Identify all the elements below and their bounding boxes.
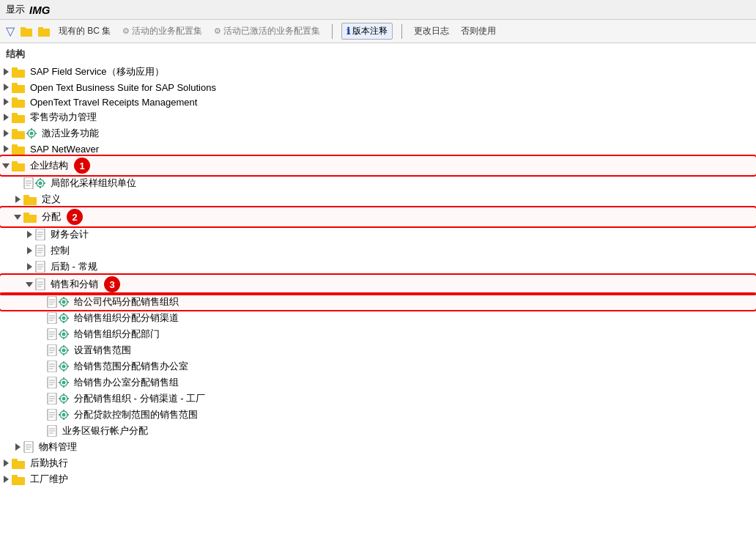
tree-item-enterprise-struct[interactable]: 企业结构1 (0, 156, 756, 175)
expand-right-btn[interactable] (12, 441, 23, 453)
title-main: IMG (29, 4, 50, 16)
svg-rect-130 (63, 410, 64, 412)
svg-rect-70 (63, 313, 64, 315)
svg-point-69 (62, 317, 66, 320)
expand-right-btn[interactable] (23, 261, 35, 273)
bc-set-btn[interactable]: 现有的 BC 集 (56, 23, 114, 39)
svg-rect-5 (12, 67, 18, 70)
svg-point-29 (39, 182, 42, 185)
tree-item-opentext-travel[interactable]: OpenText Travel Receipts Management (0, 95, 756, 109)
expand-down-btn[interactable] (23, 278, 35, 290)
activated-biz-cfg-btn[interactable]: ⚙ 活动已激活的业务配置集 (211, 23, 323, 39)
svg-rect-7 (12, 83, 18, 86)
expand-right-btn[interactable] (0, 81, 12, 93)
svg-rect-33 (43, 182, 45, 184)
tree-item-distribution[interactable]: 分配2 (0, 207, 756, 226)
tree-item-assign-plant[interactable]: 分配销售组织 - 分销渠道 - 工厂 (0, 391, 756, 407)
svg-rect-13 (12, 129, 18, 132)
tree-icons (47, 409, 70, 421)
svg-rect-93 (67, 350, 69, 351)
expand-down-btn[interactable] (0, 160, 12, 171)
tree-item-sap-netweaver[interactable]: SAP NetWeaver (0, 141, 756, 156)
badge-1: 1 (74, 158, 90, 174)
tree-item-definition[interactable]: 定义 (0, 191, 756, 207)
tree-item-control[interactable]: 控制 (0, 243, 756, 259)
info-icon: ℹ (346, 26, 350, 37)
toolbar: ▽ 现有的 BC 集 ⚙ 活动的业务配置集 ⚙ 活动已激活的业务配置集 ℹ 版本… (0, 20, 756, 43)
svg-rect-2 (38, 29, 50, 37)
tree-item-retail[interactable]: 零售劳动力管理 (0, 109, 756, 125)
svg-rect-60 (63, 297, 64, 299)
tree-item-assign-office[interactable]: 给销售范围分配销售办公室 (0, 358, 756, 374)
version-note-btn[interactable]: ℹ 版本注释 (341, 23, 393, 40)
expand-down-btn[interactable] (12, 211, 23, 223)
svg-rect-37 (23, 213, 29, 215)
svg-rect-120 (63, 394, 64, 396)
tree-label: 控制 (51, 244, 70, 257)
tree-item-assign-group[interactable]: 给销售办公室分配销售组 (0, 374, 756, 391)
tree-icons (35, 278, 46, 290)
tree-item-assign-credit[interactable]: 分配贷款控制范围的销售范围 (0, 407, 756, 423)
svg-rect-102 (59, 366, 61, 367)
expand-right-btn[interactable] (0, 457, 12, 469)
svg-rect-4 (12, 70, 25, 78)
tree-item-materials-mgmt[interactable]: 物料管理 (0, 439, 756, 455)
tree-item-logistics-exec[interactable]: 后勤执行 (0, 455, 756, 471)
svg-rect-63 (67, 301, 69, 303)
expand-right-btn[interactable] (12, 193, 23, 205)
tree-item-opentext-biz[interactable]: Open Text Business Suite for SAP Solutio… (0, 80, 756, 95)
change-log-label: 更改日志 (414, 25, 449, 37)
expand-right-btn[interactable] (0, 143, 12, 155)
svg-rect-83 (67, 333, 69, 335)
expand-right-btn[interactable] (0, 96, 12, 108)
svg-rect-132 (59, 414, 61, 416)
svg-rect-21 (12, 144, 18, 147)
tree-item-assign-dist-chan[interactable]: 给销售组织分配分销渠道 (0, 310, 756, 326)
filter-icon: ▽ (6, 24, 15, 38)
tree-item-sap-field[interactable]: SAP Field Service（移动应用） (0, 64, 756, 80)
tree-item-plant-maint[interactable]: 工厂维护 (0, 471, 756, 487)
tree-item-finance[interactable]: 财务会计 (0, 226, 756, 243)
tree-item-sales-dist[interactable]: 销售和分销3 (0, 275, 756, 294)
svg-rect-9 (12, 97, 18, 100)
tree-icons (12, 144, 26, 155)
version-note-label: 版本注释 (352, 25, 388, 37)
svg-rect-142 (12, 461, 25, 469)
tree-item-activate-biz[interactable]: 激活业务功能 (0, 125, 756, 141)
expand-right-btn[interactable] (23, 229, 35, 240)
svg-rect-131 (63, 418, 64, 420)
expand-right-btn[interactable] (23, 245, 35, 256)
tree-item-set-sales-scope[interactable]: 设置销售范围 (0, 342, 756, 358)
tree-label: 给销售办公室分配销售组 (74, 376, 179, 389)
expand-right-btn[interactable] (0, 128, 12, 139)
otherwise-use-btn[interactable]: 否则使用 (458, 23, 499, 39)
tree-label: 分配销售组织 - 分销渠道 - 工厂 (74, 392, 205, 405)
svg-rect-1 (21, 27, 26, 29)
svg-rect-34 (23, 197, 37, 205)
change-log-btn[interactable]: 更改日志 (411, 23, 452, 39)
expand-right-btn[interactable] (0, 111, 12, 123)
svg-point-79 (62, 333, 66, 336)
tree-icons (12, 97, 26, 108)
svg-rect-100 (63, 361, 64, 363)
tree-label: 设置销售范围 (74, 344, 131, 357)
tree-label: SAP Field Service（移动应用） (30, 65, 164, 78)
tree-label: OpenText Travel Receipts Management (30, 97, 197, 108)
tree-item-assign-sales-org[interactable]: 给公司代码分配销售组织 (0, 294, 756, 310)
tree-item-local-purchase[interactable]: 局部化采样组织单位 (0, 175, 756, 191)
svg-rect-16 (31, 128, 32, 130)
tree-label: 分配 (42, 210, 61, 224)
tree-item-assign-dept[interactable]: 给销售组织分配部门 (0, 326, 756, 342)
section-label: 结构 (0, 43, 756, 62)
expand-right-btn[interactable] (0, 473, 12, 485)
tree-icons (12, 458, 26, 469)
toolbar-sep-2 (401, 24, 402, 39)
title-bar: 显示 IMG (0, 0, 756, 20)
tree-item-assign-bank[interactable]: 业务区银行帐户分配 (0, 423, 756, 439)
tree-item-logistics[interactable]: 后勤 - 常规 (0, 259, 756, 275)
active-biz-cfg-btn[interactable]: ⚙ 活动的业务配置集 (119, 23, 205, 39)
tree-icons (47, 361, 70, 372)
svg-rect-73 (67, 317, 69, 319)
svg-rect-61 (63, 305, 64, 307)
expand-right-btn[interactable] (0, 66, 12, 78)
